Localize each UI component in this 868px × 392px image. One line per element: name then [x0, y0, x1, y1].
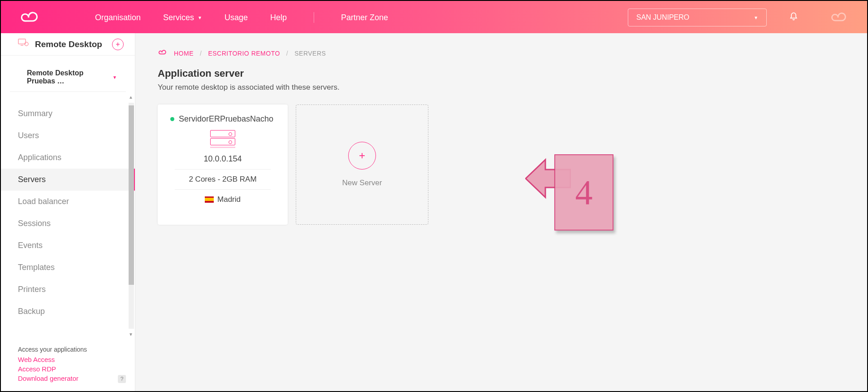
sidebar-item-printers[interactable]: Printers	[1, 279, 135, 301]
link-web-access[interactable]: Web Access	[18, 356, 126, 363]
server-location-label: Madrid	[217, 195, 241, 204]
scroll-up-icon[interactable]: ▲	[129, 95, 133, 100]
server-card[interactable]: ServidorERPruebasNacho 10.0.0.154 2 Core…	[158, 105, 288, 225]
server-location: Madrid	[166, 195, 280, 204]
cloud-icon	[158, 49, 168, 57]
sidebar-item-load-balancer[interactable]: Load balancer	[1, 191, 135, 213]
chevron-down-icon: ▼	[112, 75, 117, 80]
flag-es-icon	[205, 196, 214, 203]
sidebar-item-summary[interactable]: Summary	[1, 103, 135, 125]
sidebar-item-events[interactable]: Events	[1, 235, 135, 257]
scroll-down-icon[interactable]: ▼	[129, 332, 133, 337]
breadcrumb-separator: /	[286, 50, 288, 57]
sidebar-item-users[interactable]: Users	[1, 125, 135, 147]
plus-icon: +	[348, 142, 376, 170]
breadcrumb-separator: /	[200, 50, 202, 57]
sidebar-item-templates[interactable]: Templates	[1, 257, 135, 279]
remote-desktop-icon	[18, 39, 29, 47]
sidebar-item-sessions[interactable]: Sessions	[1, 213, 135, 235]
page-title: Application server	[158, 68, 845, 79]
sidebar-instance-selector[interactable]: Remote Desktop Pruebas … ▼	[10, 56, 126, 92]
breadcrumb: HOME / ESCRITORIO REMOTO / SERVERS	[158, 49, 845, 57]
sidebar-title: Remote Desktop	[35, 39, 102, 49]
sidebar-item-servers[interactable]: Servers	[1, 169, 135, 191]
sidebar: Remote Desktop + Remote Desktop Pruebas …	[1, 33, 135, 391]
nav-divider	[314, 12, 314, 23]
status-dot-icon	[170, 117, 174, 121]
page-subtitle: Your remote desktop is associated with t…	[158, 83, 845, 92]
sidebar-item-applications[interactable]: Applications	[1, 147, 135, 169]
new-server-card[interactable]: + New Server	[296, 105, 428, 225]
main-nav: Organisation Services ▼ Usage Help Partn…	[95, 12, 388, 23]
sidebar-instance-label: Remote Desktop Pruebas …	[27, 69, 109, 85]
nav-services-label: Services	[163, 13, 194, 22]
link-download-generator[interactable]: Download generator	[18, 375, 126, 382]
server-specs: 2 Cores - 2GB RAM	[166, 175, 280, 184]
nav-help[interactable]: Help	[270, 13, 287, 22]
bell-icon[interactable]	[789, 12, 798, 24]
divider	[175, 169, 271, 170]
org-selector[interactable]: SAN JUNIPERO ▼	[628, 9, 767, 26]
sidebar-item-backup[interactable]: Backup	[1, 301, 135, 322]
help-icon[interactable]: ?	[118, 375, 126, 383]
server-name-row: ServidorERPruebasNacho	[166, 114, 280, 124]
nav-services[interactable]: Services ▼	[163, 13, 202, 22]
scrollbar-thumb[interactable]	[129, 105, 134, 285]
logo-icon	[19, 10, 41, 25]
breadcrumb-remote-desktop[interactable]: ESCRITORIO REMOTO	[208, 50, 280, 57]
breadcrumb-home[interactable]: HOME	[174, 50, 194, 57]
brand-icon	[829, 11, 849, 24]
org-selected-label: SAN JUNIPERO	[636, 13, 689, 22]
nav-usage[interactable]: Usage	[225, 13, 248, 22]
sidebar-footer: Access your applications Web Access Acce…	[1, 340, 135, 391]
add-remote-desktop-button[interactable]: +	[112, 39, 124, 50]
chevron-down-icon: ▼	[754, 15, 758, 20]
cards-row: ServidorERPruebasNacho 10.0.0.154 2 Core…	[158, 105, 845, 225]
nav-partner-zone[interactable]: Partner Zone	[341, 13, 388, 22]
breadcrumb-current: SERVERS	[294, 50, 326, 57]
server-name: ServidorERPruebasNacho	[179, 114, 273, 124]
divider	[175, 189, 271, 190]
server-rack-icon	[210, 130, 235, 148]
chevron-down-icon: ▼	[198, 15, 202, 20]
main-content: HOME / ESCRITORIO REMOTO / SERVERS Appli…	[135, 33, 867, 391]
nav-organisation[interactable]: Organisation	[95, 13, 141, 22]
server-ip: 10.0.0.154	[166, 154, 280, 164]
sidebar-header: Remote Desktop +	[1, 33, 135, 56]
new-server-label: New Server	[342, 179, 382, 187]
link-acceso-rdp[interactable]: Acceso RDP	[18, 365, 126, 373]
sidebar-scroll: ▲ Summary Users Applications Servers Loa…	[1, 92, 135, 340]
footer-heading: Access your applications	[18, 346, 126, 353]
sidebar-menu: Summary Users Applications Servers Load …	[1, 103, 135, 322]
header: Organisation Services ▼ Usage Help Partn…	[1, 1, 867, 34]
